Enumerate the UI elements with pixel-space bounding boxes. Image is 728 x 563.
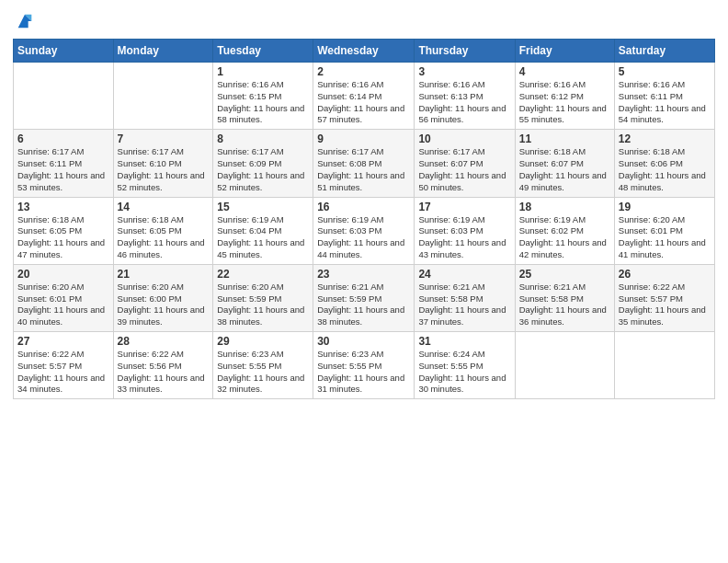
calendar-day-cell	[14, 63, 114, 130]
day-info: Sunrise: 6:17 AM Sunset: 6:11 PM Dayligh…	[17, 146, 109, 193]
calendar-week-row: 13Sunrise: 6:18 AM Sunset: 6:05 PM Dayli…	[14, 197, 715, 264]
day-info: Sunrise: 6:19 AM Sunset: 6:03 PM Dayligh…	[418, 214, 510, 261]
calendar-day-cell: 3Sunrise: 6:16 AM Sunset: 6:13 PM Daylig…	[415, 63, 515, 130]
day-info: Sunrise: 6:18 AM Sunset: 6:06 PM Dayligh…	[619, 146, 711, 193]
day-number: 23	[317, 268, 410, 281]
day-number: 13	[17, 201, 109, 213]
calendar-day-cell: 4Sunrise: 6:16 AM Sunset: 6:12 PM Daylig…	[515, 63, 614, 130]
day-info: Sunrise: 6:21 AM Sunset: 5:58 PM Dayligh…	[418, 282, 510, 328]
day-info: Sunrise: 6:18 AM Sunset: 6:07 PM Dayligh…	[519, 146, 610, 193]
calendar-body: 1Sunrise: 6:16 AM Sunset: 6:15 PM Daylig…	[14, 63, 715, 399]
calendar-day-cell: 28Sunrise: 6:22 AM Sunset: 5:56 PM Dayli…	[113, 332, 213, 399]
logo-area	[13, 13, 35, 31]
weekday-header: Sunday	[14, 40, 114, 63]
day-info: Sunrise: 6:18 AM Sunset: 6:05 PM Dayligh…	[17, 214, 109, 261]
calendar-day-cell: 1Sunrise: 6:16 AM Sunset: 6:15 PM Daylig…	[213, 63, 313, 130]
calendar-day-cell: 26Sunrise: 6:22 AM Sunset: 5:57 PM Dayli…	[614, 264, 714, 331]
calendar-day-cell: 6Sunrise: 6:17 AM Sunset: 6:11 PM Daylig…	[14, 130, 114, 197]
day-info: Sunrise: 6:22 AM Sunset: 5:56 PM Dayligh…	[118, 349, 210, 396]
calendar-table: SundayMondayTuesdayWednesdayThursdayFrid…	[13, 39, 715, 399]
logo-icon	[15, 11, 35, 31]
header	[13, 9, 715, 31]
calendar-day-cell: 5Sunrise: 6:16 AM Sunset: 6:11 PM Daylig…	[614, 63, 714, 130]
calendar-header-row: SundayMondayTuesdayWednesdayThursdayFrid…	[14, 40, 715, 63]
calendar-day-cell: 8Sunrise: 6:17 AM Sunset: 6:09 PM Daylig…	[213, 130, 313, 197]
calendar-week-row: 6Sunrise: 6:17 AM Sunset: 6:11 PM Daylig…	[14, 130, 715, 197]
page: SundayMondayTuesdayWednesdayThursdayFrid…	[0, 0, 728, 563]
calendar-day-cell: 2Sunrise: 6:16 AM Sunset: 6:14 PM Daylig…	[313, 63, 415, 130]
calendar-day-cell: 24Sunrise: 6:21 AM Sunset: 5:58 PM Dayli…	[415, 264, 515, 331]
day-info: Sunrise: 6:18 AM Sunset: 6:05 PM Dayligh…	[118, 214, 210, 261]
day-number: 10	[418, 132, 510, 145]
day-number: 24	[418, 268, 510, 281]
day-info: Sunrise: 6:19 AM Sunset: 6:03 PM Dayligh…	[317, 214, 410, 261]
day-number: 17	[418, 201, 510, 213]
calendar-day-cell	[614, 332, 714, 399]
weekday-header: Monday	[113, 40, 213, 63]
day-number: 12	[619, 132, 711, 145]
calendar-day-cell: 22Sunrise: 6:20 AM Sunset: 5:59 PM Dayli…	[213, 264, 313, 331]
weekday-header: Tuesday	[213, 40, 313, 63]
calendar-day-cell: 25Sunrise: 6:21 AM Sunset: 5:58 PM Dayli…	[515, 264, 614, 331]
weekday-header: Saturday	[614, 40, 714, 63]
day-number: 29	[217, 335, 309, 348]
day-number: 6	[17, 132, 109, 145]
calendar-day-cell: 15Sunrise: 6:19 AM Sunset: 6:04 PM Dayli…	[213, 197, 313, 264]
day-number: 30	[317, 335, 410, 348]
calendar-week-row: 27Sunrise: 6:22 AM Sunset: 5:57 PM Dayli…	[14, 332, 715, 399]
day-info: Sunrise: 6:24 AM Sunset: 5:55 PM Dayligh…	[418, 349, 510, 396]
calendar-day-cell: 17Sunrise: 6:19 AM Sunset: 6:03 PM Dayli…	[415, 197, 515, 264]
calendar-day-cell: 13Sunrise: 6:18 AM Sunset: 6:05 PM Dayli…	[14, 197, 114, 264]
calendar-day-cell: 14Sunrise: 6:18 AM Sunset: 6:05 PM Dayli…	[113, 197, 213, 264]
calendar-day-cell	[113, 63, 213, 130]
weekday-header: Thursday	[415, 40, 515, 63]
day-info: Sunrise: 6:17 AM Sunset: 6:10 PM Dayligh…	[118, 146, 210, 193]
calendar-day-cell: 9Sunrise: 6:17 AM Sunset: 6:08 PM Daylig…	[313, 130, 415, 197]
day-info: Sunrise: 6:16 AM Sunset: 6:14 PM Dayligh…	[317, 79, 410, 126]
day-info: Sunrise: 6:19 AM Sunset: 6:04 PM Dayligh…	[217, 214, 309, 261]
day-info: Sunrise: 6:20 AM Sunset: 6:01 PM Dayligh…	[17, 282, 109, 328]
day-info: Sunrise: 6:20 AM Sunset: 5:59 PM Dayligh…	[217, 282, 309, 328]
day-number: 21	[118, 268, 210, 281]
day-number: 15	[217, 201, 309, 213]
weekday-header: Friday	[515, 40, 614, 63]
calendar-day-cell: 11Sunrise: 6:18 AM Sunset: 6:07 PM Dayli…	[515, 130, 614, 197]
day-info: Sunrise: 6:16 AM Sunset: 6:13 PM Dayligh…	[418, 79, 510, 126]
day-number: 26	[619, 268, 711, 281]
calendar-week-row: 1Sunrise: 6:16 AM Sunset: 6:15 PM Daylig…	[14, 63, 715, 130]
day-info: Sunrise: 6:17 AM Sunset: 6:08 PM Dayligh…	[317, 146, 410, 193]
day-number: 8	[217, 132, 309, 145]
day-info: Sunrise: 6:23 AM Sunset: 5:55 PM Dayligh…	[317, 349, 410, 396]
calendar-day-cell: 30Sunrise: 6:23 AM Sunset: 5:55 PM Dayli…	[313, 332, 415, 399]
day-number: 14	[118, 201, 210, 213]
day-number: 16	[317, 201, 410, 213]
day-info: Sunrise: 6:16 AM Sunset: 6:12 PM Dayligh…	[519, 79, 610, 126]
day-number: 3	[418, 65, 510, 78]
calendar-day-cell	[515, 332, 614, 399]
day-info: Sunrise: 6:21 AM Sunset: 5:58 PM Dayligh…	[519, 282, 610, 328]
day-number: 2	[317, 65, 410, 78]
day-number: 20	[17, 268, 109, 281]
day-number: 31	[418, 335, 510, 348]
calendar-day-cell: 12Sunrise: 6:18 AM Sunset: 6:06 PM Dayli…	[614, 130, 714, 197]
calendar-day-cell: 20Sunrise: 6:20 AM Sunset: 6:01 PM Dayli…	[14, 264, 114, 331]
calendar-day-cell: 10Sunrise: 6:17 AM Sunset: 6:07 PM Dayli…	[415, 130, 515, 197]
day-info: Sunrise: 6:20 AM Sunset: 6:00 PM Dayligh…	[118, 282, 210, 328]
calendar-week-row: 20Sunrise: 6:20 AM Sunset: 6:01 PM Dayli…	[14, 264, 715, 331]
day-info: Sunrise: 6:22 AM Sunset: 5:57 PM Dayligh…	[619, 282, 711, 328]
calendar-day-cell: 18Sunrise: 6:19 AM Sunset: 6:02 PM Dayli…	[515, 197, 614, 264]
day-info: Sunrise: 6:16 AM Sunset: 6:15 PM Dayligh…	[217, 79, 309, 126]
calendar-day-cell: 19Sunrise: 6:20 AM Sunset: 6:01 PM Dayli…	[614, 197, 714, 264]
day-number: 7	[118, 132, 210, 145]
day-info: Sunrise: 6:21 AM Sunset: 5:59 PM Dayligh…	[317, 282, 410, 328]
calendar-day-cell: 29Sunrise: 6:23 AM Sunset: 5:55 PM Dayli…	[213, 332, 313, 399]
calendar-day-cell: 27Sunrise: 6:22 AM Sunset: 5:57 PM Dayli…	[14, 332, 114, 399]
day-info: Sunrise: 6:20 AM Sunset: 6:01 PM Dayligh…	[619, 214, 711, 261]
day-info: Sunrise: 6:17 AM Sunset: 6:07 PM Dayligh…	[418, 146, 510, 193]
day-info: Sunrise: 6:22 AM Sunset: 5:57 PM Dayligh…	[17, 349, 109, 396]
calendar-day-cell: 7Sunrise: 6:17 AM Sunset: 6:10 PM Daylig…	[113, 130, 213, 197]
day-number: 11	[519, 132, 610, 145]
day-info: Sunrise: 6:16 AM Sunset: 6:11 PM Dayligh…	[619, 79, 711, 126]
day-number: 4	[519, 65, 610, 78]
calendar-day-cell: 21Sunrise: 6:20 AM Sunset: 6:00 PM Dayli…	[113, 264, 213, 331]
